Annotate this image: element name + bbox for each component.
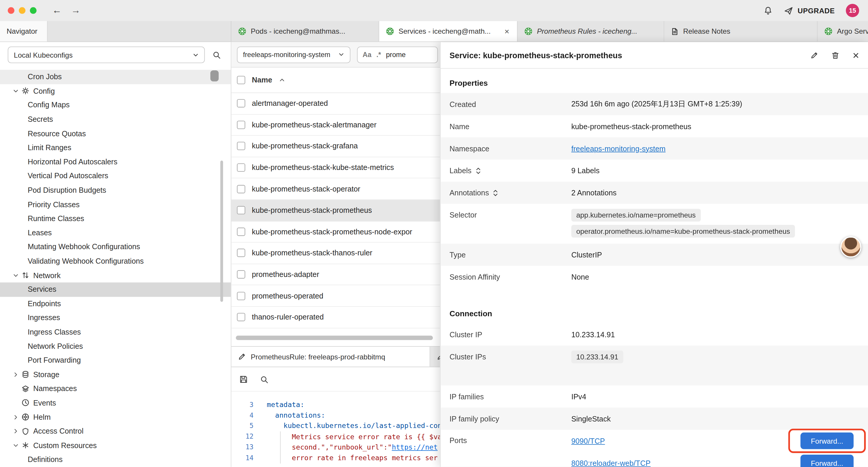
scrollbar-thumb[interactable] xyxy=(210,70,219,81)
tree-item-port-forwarding[interactable]: Port Forwarding xyxy=(0,353,231,368)
close-drawer-icon[interactable]: × xyxy=(852,50,859,61)
tree-item-services[interactable]: Services xyxy=(0,282,231,296)
code-line-5[interactable]: 5 kubectl.kubernetes.io/last-applied-con xyxy=(231,420,440,431)
forward-port-button[interactable]: Forward... xyxy=(800,455,854,467)
maximize-window-button[interactable] xyxy=(30,7,36,13)
namespace-link[interactable]: freeleaps-monitoring-system xyxy=(571,144,665,152)
regex-toggle[interactable]: .* xyxy=(376,51,381,58)
chevron-down-icon[interactable] xyxy=(13,272,22,279)
navigator-panel-tab[interactable]: Navigator xyxy=(0,21,48,41)
row-checkbox[interactable] xyxy=(237,185,245,193)
horizontal-scrollbar[interactable] xyxy=(236,335,437,341)
window-tab-0[interactable]: Pods - icecheng@mathmas... xyxy=(231,21,379,41)
chevron-down-icon[interactable] xyxy=(13,442,22,449)
tree-item-storage[interactable]: Storage xyxy=(0,368,231,382)
chevron-right-icon[interactable] xyxy=(13,372,22,378)
service-row-thanos-ruler-operated[interactable]: thanos-ruler-operated xyxy=(231,307,440,328)
tree-item-config-maps[interactable]: Config Maps xyxy=(0,98,231,112)
tree-item-access-control[interactable]: Access Control xyxy=(0,424,231,438)
code-line-12[interactable]: 12 Metrics service error rate is {{ $va xyxy=(231,431,440,442)
minimize-window-button[interactable] xyxy=(19,7,25,13)
tree-item-pod-disruption-budgets[interactable]: Pod Disruption Budgets xyxy=(0,183,231,198)
user-avatar[interactable] xyxy=(840,236,861,258)
chevron-right-icon[interactable] xyxy=(13,414,22,420)
upgrade-button[interactable]: UPGRADE xyxy=(784,6,835,16)
tree-item-custom-resources[interactable]: Custom Resources xyxy=(0,438,231,453)
name-column-header[interactable]: Name xyxy=(252,76,272,84)
scrollbar-thumb[interactable] xyxy=(236,335,433,340)
editor-tab-1[interactable] xyxy=(430,347,440,367)
tree-item-helm[interactable]: Helm xyxy=(0,410,231,424)
yaml-editor[interactable]: 3metadata:4 annotations:5 kubectl.kubern… xyxy=(231,391,440,467)
tree-item-endpoints[interactable]: Endpoints xyxy=(0,296,231,311)
tree-item-leases[interactable]: Leases xyxy=(0,226,231,240)
expand-collapse-icon[interactable] xyxy=(475,167,481,175)
resource-search-input[interactable]: Aa .* prome xyxy=(357,46,438,63)
service-row-prometheus-operated[interactable]: prometheus-operated xyxy=(231,286,440,307)
tree-item-network-policies[interactable]: Network Policies xyxy=(0,339,231,353)
row-checkbox[interactable] xyxy=(237,99,245,108)
code-line-13[interactable]: 13 second.","runbook_url":"https://net xyxy=(231,442,440,453)
close-tab-icon[interactable]: × xyxy=(503,27,510,36)
row-checkbox[interactable] xyxy=(237,292,245,300)
row-checkbox[interactable] xyxy=(237,270,245,279)
window-tab-3[interactable]: Release Notes xyxy=(664,21,817,41)
port-link[interactable]: 8080:reloader-web/TCP xyxy=(571,459,651,467)
tree-item-mutating-webhook-configurations[interactable]: Mutating Webhook Configurations xyxy=(0,240,231,254)
editor-search-icon[interactable] xyxy=(260,375,269,383)
editor-tab-0[interactable]: PrometheusRule: freeleaps-prod-rabbitmq xyxy=(231,347,430,367)
tree-item-config[interactable]: Config xyxy=(0,84,231,98)
service-row-kube-prometheus-stack-prometheus[interactable]: kube-prometheus-stack-prometheus xyxy=(231,200,440,221)
notifications-bell-icon[interactable] xyxy=(764,6,773,16)
tree-item-network[interactable]: Network xyxy=(0,268,231,282)
window-tab-2[interactable]: Prometheus Rules - icecheng... xyxy=(518,21,664,41)
code-line-3[interactable]: 3metadata: xyxy=(231,399,440,410)
kubeconfig-select[interactable]: Local Kubeconfigs xyxy=(8,47,205,63)
tree-item-limit-ranges[interactable]: Limit Ranges xyxy=(0,141,231,155)
tree-item-namespaces[interactable]: Namespaces xyxy=(0,382,231,396)
window-tab-1[interactable]: Services - icecheng@math...× xyxy=(379,21,517,41)
tree-item-secrets[interactable]: Secrets xyxy=(0,112,231,126)
tree-item-vertical-pod-autoscalers[interactable]: Vertical Pod Autoscalers xyxy=(0,169,231,183)
forward-port-button[interactable]: Forward... xyxy=(800,432,854,449)
service-row-kube-prometheus-stack-prometheus-node-expor[interactable]: kube-prometheus-stack-prometheus-node-ex… xyxy=(231,222,440,243)
service-row-prometheus-adapter[interactable]: prometheus-adapter xyxy=(231,264,440,285)
service-row-kube-prometheus-stack-alertmanager[interactable]: kube-prometheus-stack-alertmanager xyxy=(231,114,440,136)
tree-item-priority-classes[interactable]: Priority Classes xyxy=(0,198,231,212)
scrollbar-thumb[interactable] xyxy=(220,160,223,302)
delete-icon[interactable] xyxy=(832,51,839,59)
tree-item-definitions[interactable]: Definitions xyxy=(0,453,231,467)
expand-collapse-icon[interactable] xyxy=(493,188,498,197)
close-window-button[interactable] xyxy=(8,7,14,13)
row-checkbox[interactable] xyxy=(237,142,245,150)
port-link[interactable]: 9090/TCP xyxy=(571,437,605,445)
code-line-14[interactable]: 14 error rate in freeleaps metrics ser xyxy=(231,453,440,463)
namespace-filter-select[interactable]: freeleaps-monitoring-system xyxy=(237,46,350,63)
sidebar-search-icon[interactable] xyxy=(213,51,221,59)
tree-item-cron-jobs[interactable]: Cron Jobs xyxy=(0,70,231,84)
chevron-down-icon[interactable] xyxy=(13,88,22,94)
row-checkbox[interactable] xyxy=(237,121,245,129)
tree-item-events[interactable]: Events xyxy=(0,396,231,410)
row-checkbox[interactable] xyxy=(237,313,245,321)
tree-item-ingress-classes[interactable]: Ingress Classes xyxy=(0,325,231,339)
code-line-4[interactable]: 4 annotations: xyxy=(231,410,440,420)
service-row-kube-prometheus-stack-thanos-ruler[interactable]: kube-prometheus-stack-thanos-ruler xyxy=(231,243,440,264)
select-all-checkbox[interactable] xyxy=(237,76,245,84)
notification-count-badge[interactable]: 15 xyxy=(846,4,859,17)
save-icon[interactable] xyxy=(239,375,248,384)
service-row-kube-prometheus-stack-grafana[interactable]: kube-prometheus-stack-grafana xyxy=(231,136,440,157)
sort-ascending-icon[interactable] xyxy=(279,77,285,83)
row-checkbox[interactable] xyxy=(237,164,245,172)
tree-item-validating-webhook-configurations[interactable]: Validating Webhook Configurations xyxy=(0,254,231,268)
forward-button[interactable]: → xyxy=(68,5,83,16)
chevron-right-icon[interactable] xyxy=(13,428,22,435)
row-checkbox[interactable] xyxy=(237,206,245,214)
service-row-kube-prometheus-stack-kube-state-metrics[interactable]: kube-prometheus-stack-kube-state-metrics xyxy=(231,157,440,178)
tree-item-ingresses[interactable]: Ingresses xyxy=(0,311,231,325)
back-button[interactable]: ← xyxy=(50,5,64,16)
match-case-toggle[interactable]: Aa xyxy=(363,51,371,58)
row-checkbox[interactable] xyxy=(237,249,245,257)
row-checkbox[interactable] xyxy=(237,228,245,236)
service-row-alertmanager-operated[interactable]: alertmanager-operated xyxy=(231,93,440,114)
